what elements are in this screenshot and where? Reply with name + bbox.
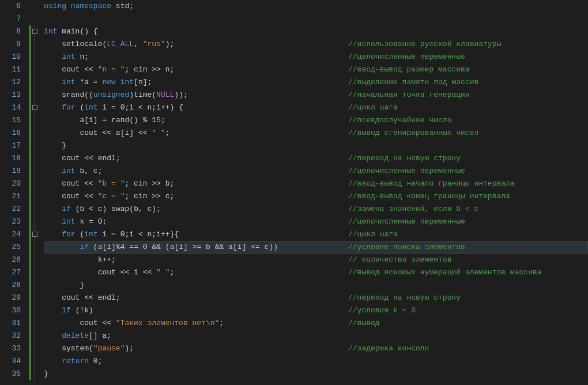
code-line[interactable]: srand((unsigned)time(NULL));//начальная … [44,89,588,101]
line-comment: //псевдослучайное число [348,114,588,127]
code-text: cout << "c = "; cin >> c; [44,190,348,203]
code-line[interactable]: cout << endl;//переход на новую строку [44,292,588,304]
fold-row [31,139,40,152]
fold-row [31,114,40,127]
code-line[interactable]: cout << "b = "; cin >> b;//ввод-вывод на… [44,178,588,190]
code-text: int main() { [44,25,348,38]
code-line[interactable]: delete[] a; [44,330,588,342]
line-number: 34 [0,355,24,368]
code-line[interactable]: cout << "n = "; cin >> n;//ввод-вывод ра… [44,63,588,76]
fold-row [31,13,40,25]
code-line[interactable]: if (!k)//условие k = 0 [44,304,588,317]
code-text: using namespace std; [44,0,348,13]
fold-row [31,304,40,317]
line-number: 29 [0,292,24,304]
code-line[interactable]: int main() { [44,25,588,38]
line-comment: //выделение памяти под массив [348,76,588,89]
fold-toggle-icon[interactable]: - [32,105,37,110]
code-line[interactable]: if (a[i]%4 == 0 && (a[i] >= b && a[i] <=… [44,241,588,254]
line-comment: //ввод-вывод размер массива [348,63,588,76]
code-text: cout << i << " "; [44,266,348,279]
code-line[interactable]: int b, c;//целочисленные переменные [44,165,588,178]
line-number: 9 [0,38,24,51]
line-number: 27 [0,266,24,279]
code-line[interactable]: cout << "Таких элементов нет\n";//вывод [44,317,588,330]
line-number: 15 [0,114,24,127]
code-text: return 0; [44,355,348,368]
code-line[interactable]: } [44,368,588,380]
code-line[interactable]: system("pause");//задержка консоли [44,342,588,355]
code-text: } [44,139,348,152]
code-line[interactable]: cout << i << " ";//вывод искомых нумерац… [44,266,588,279]
fold-row [31,165,40,178]
line-comment: //ввод-вывод начало границы интервала [348,178,588,190]
fold-row [31,178,40,190]
line-comment: //целочисленные переменные [348,165,588,178]
fold-row [31,76,40,89]
code-line[interactable]: setlocale(LC_ALL, "rus");//использование… [44,38,588,51]
code-text: setlocale(LC_ALL, "rus"); [44,38,348,51]
code-text: int b, c; [44,165,348,178]
fold-column[interactable]: --- [31,0,40,385]
fold-toggle-icon[interactable]: - [32,232,37,237]
code-text: int *a = new int[n]; [44,76,348,89]
code-line[interactable]: } [44,139,588,152]
line-comment: //замена значений, если b < c [348,203,588,216]
line-comment: //переход на новую строку [348,292,588,304]
code-line[interactable] [44,13,588,25]
line-number: 21 [0,190,24,203]
code-text: cout << endl; [44,152,348,165]
line-comment: //вывод сгенирированных чисел [348,127,588,139]
line-number: 35 [0,368,24,380]
code-editor[interactable]: 6789101112131415161718192021222324252627… [0,0,588,385]
fold-row: - [31,25,40,38]
line-number: 8 [0,25,24,38]
line-number: 16 [0,127,24,139]
line-number: 32 [0,330,24,342]
fold-row [31,266,40,279]
code-text: srand((unsigned)time(NULL)); [44,89,348,101]
code-line[interactable]: a[i] = rand() % 15;//псевдослучайное чис… [44,114,588,127]
code-line[interactable]: for (int i = 0;i < n;i++) {//цикл шага [44,101,588,114]
line-number: 22 [0,203,24,216]
fold-row [31,216,40,228]
code-line[interactable]: } [44,279,588,292]
fold-row [31,292,40,304]
line-number: 6 [0,0,24,13]
code-line[interactable]: return 0; [44,355,588,368]
code-text: cout << "n = "; cin >> n; [44,63,348,76]
code-text: cout << endl; [44,292,348,304]
code-line[interactable]: if (b < c) swap(b, c);//замена значений,… [44,203,588,216]
code-text: int k = 0; [44,216,348,228]
fold-row [31,317,40,330]
code-text: for (int i = 0;i < n;i++) { [44,101,348,114]
code-line[interactable]: using namespace std; [44,0,588,13]
line-comment: //целочисленные переменные [348,216,588,228]
line-comment: //цикл шага [348,228,588,241]
fold-row [31,330,40,342]
fold-toggle-icon[interactable]: - [32,29,37,34]
code-text: } [44,279,348,292]
fold-row [31,368,40,380]
code-text: delete[] a; [44,330,348,342]
line-number: 25 [0,241,24,254]
code-area[interactable]: using namespace std;int main() { setloca… [40,0,588,385]
code-line[interactable]: int *a = new int[n];//выделение памяти п… [44,76,588,89]
line-number: 28 [0,279,24,292]
fold-row [31,127,40,139]
line-comment: //условие поиска элементов [348,241,588,254]
code-text: if (a[i]%4 == 0 && (a[i] >= b && a[i] <=… [44,241,348,254]
code-line[interactable]: int k = 0;//целочисленные переменные [44,216,588,228]
code-line[interactable]: k++;// количество элементов [44,254,588,266]
code-line[interactable]: int n;//целочисленные переменные [44,51,588,63]
line-number: 12 [0,76,24,89]
line-number: 31 [0,317,24,330]
line-number: 23 [0,216,24,228]
line-number-gutter: 6789101112131415161718192021222324252627… [0,0,29,385]
code-line[interactable]: cout << "c = "; cin >> c;//ввод-вывод ко… [44,190,588,203]
code-line[interactable]: for (int i = 0;i < n;i++){//цикл шага [44,228,588,241]
line-comment: //вывод [348,317,588,330]
fold-row: - [31,101,40,114]
code-line[interactable]: cout << a[i] << " ";//вывод сгенирирован… [44,127,588,139]
code-line[interactable]: cout << endl;//переход на новую строку [44,152,588,165]
